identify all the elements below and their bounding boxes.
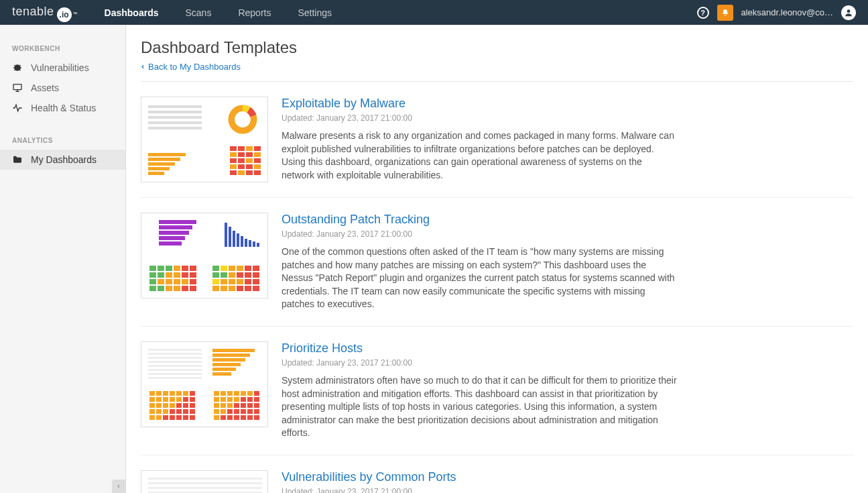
notifications-button[interactable]	[717, 5, 733, 21]
template-updated: Updated: January 23, 2017 21:00:00	[282, 113, 677, 123]
brand-io-icon: .io	[57, 5, 72, 20]
nav-scans[interactable]: Scans	[185, 7, 211, 18]
template-thumbnail[interactable]	[141, 213, 268, 298]
bell-icon	[721, 8, 729, 17]
svg-rect-8	[13, 85, 21, 90]
template-thumbnail[interactable]	[141, 97, 268, 182]
template-title[interactable]: Exploitable by Malware	[282, 97, 677, 111]
topbar-right: ? aleksandr.leonov@co…	[697, 5, 857, 21]
template-updated: Updated: January 23, 2017 21:00:00	[282, 487, 677, 493]
bug-icon	[12, 62, 23, 73]
sidebar: WORKBENCH Vulnerabilities Assets Health …	[0, 25, 126, 493]
brand-text: tenable	[12, 5, 54, 19]
main-content: Dashboard Templates Back to My Dashboard…	[126, 25, 868, 493]
back-link-label: Back to My Dashboards	[148, 62, 241, 72]
sidebar-item-label: My Dashboards	[31, 154, 97, 165]
top-nav: Dashboards Scans Reports Settings	[105, 7, 697, 18]
pulse-icon	[12, 103, 23, 113]
sidebar-item-health[interactable]: Health & Status	[0, 98, 125, 118]
template-row: Vulnerabilities by Common Ports Updated:…	[141, 455, 853, 493]
sidebar-item-label: Health & Status	[31, 103, 96, 113]
template-thumbnail[interactable]	[141, 470, 268, 493]
sidebar-item-label: Vulnerabilities	[31, 62, 89, 73]
template-row: Prioritize Hosts Updated: January 23, 20…	[141, 327, 853, 455]
chevron-left-icon	[116, 484, 121, 489]
monitor-icon	[12, 83, 23, 93]
svg-line-4	[14, 65, 15, 66]
template-row: Exploitable by Malware Updated: January …	[141, 82, 853, 198]
template-list: Exploitable by Malware Updated: January …	[141, 82, 853, 493]
nav-dashboards[interactable]: Dashboards	[105, 7, 159, 18]
trademark-icon: ™	[73, 11, 78, 16]
nav-settings[interactable]: Settings	[298, 7, 332, 18]
sidebar-item-label: Assets	[31, 83, 59, 93]
sidebar-item-assets[interactable]: Assets	[0, 78, 125, 98]
back-link[interactable]: Back to My Dashboards	[141, 62, 241, 72]
user-avatar[interactable]	[841, 5, 856, 20]
person-icon	[844, 8, 853, 17]
nav-reports[interactable]: Reports	[238, 7, 271, 18]
sidebar-item-my-dashboards[interactable]: My Dashboards	[0, 150, 125, 170]
template-thumbnail[interactable]	[141, 341, 268, 427]
sidebar-collapse-handle[interactable]	[112, 480, 125, 493]
sidebar-heading-workbench: WORKBENCH	[0, 45, 125, 52]
svg-point-0	[847, 9, 851, 13]
folder-icon	[12, 154, 23, 165]
brand-logo[interactable]: tenable .io ™	[12, 5, 78, 20]
svg-line-7	[19, 69, 21, 70]
template-description: Malware presents a risk to any organizat…	[282, 129, 677, 182]
sidebar-item-vulnerabilities[interactable]: Vulnerabilities	[0, 58, 125, 78]
template-description: System administrators often have so much…	[282, 374, 677, 440]
template-title[interactable]: Prioritize Hosts	[282, 341, 677, 355]
template-title[interactable]: Vulnerabilities by Common Ports	[282, 470, 677, 484]
template-updated: Updated: January 23, 2017 21:00:00	[282, 229, 677, 239]
svg-line-6	[14, 69, 15, 70]
user-email[interactable]: aleksandr.leonov@co…	[741, 7, 834, 17]
help-icon[interactable]: ?	[697, 7, 709, 19]
svg-line-5	[19, 65, 21, 66]
template-row: Outstanding Patch Tracking Updated: Janu…	[141, 198, 853, 327]
top-navbar: tenable .io ™ Dashboards Scans Reports S…	[0, 0, 868, 25]
chevron-left-icon	[141, 64, 145, 70]
template-title[interactable]: Outstanding Patch Tracking	[282, 213, 677, 227]
sidebar-heading-analytics: ANALYTICS	[0, 137, 125, 144]
template-description: One of the common questions often asked …	[282, 245, 677, 311]
page-title: Dashboard Templates	[141, 38, 853, 57]
template-updated: Updated: January 23, 2017 21:00:00	[282, 358, 677, 368]
